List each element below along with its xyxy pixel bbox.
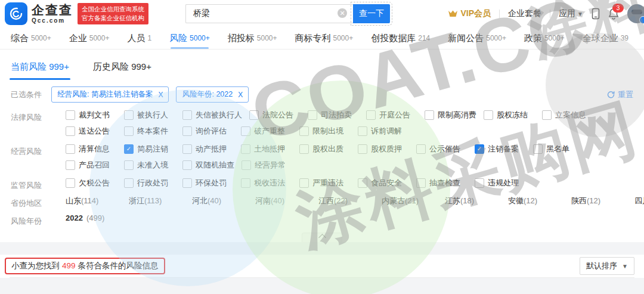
top-header: 企查查 Qcc.com 全国企业信用查询系统 官方备案企业征信机构 ✕ 查一下 … xyxy=(0,0,644,27)
reset-filters-button[interactable]: 重置 xyxy=(607,89,633,100)
sort-dropdown[interactable]: 默认排序▼ xyxy=(580,257,634,275)
nav-tab-label: 企业 xyxy=(69,33,87,44)
filter-option-黑名单[interactable]: 黑名单 xyxy=(533,144,584,154)
filter-option-股权出质[interactable]: 股权出质 xyxy=(299,144,351,154)
risk-tab[interactable]: 历史风险 999+ xyxy=(93,61,151,80)
filter-option-限制出境[interactable]: 限制出境 xyxy=(299,126,351,137)
nav-tab-政策[interactable]: 政策5000+ xyxy=(524,27,565,49)
province-option-江苏[interactable]: 江苏(18) xyxy=(445,196,502,206)
filter-option-未准入境[interactable]: 未准入境 xyxy=(124,160,175,171)
province-option-浙江[interactable]: 浙江(113) xyxy=(129,196,186,206)
filter-option-裁判文书[interactable]: 裁判文书 xyxy=(66,110,117,120)
province-option-陕西[interactable]: 陕西(12) xyxy=(571,196,628,206)
filter-option-股权质押[interactable]: 股权质押 xyxy=(358,144,409,154)
filter-option-税收违法[interactable]: 税收违法 xyxy=(241,178,292,188)
checkbox-icon xyxy=(366,110,376,120)
mobile-app-icon[interactable] xyxy=(592,8,600,20)
apps-label: 应用 xyxy=(559,8,575,18)
nav-tab-风险[interactable]: 风险5000+ xyxy=(169,27,210,49)
filter-option-注销备案[interactable]: ✓注销备案 xyxy=(475,144,526,154)
filter-option-产品召回[interactable]: 产品召回 xyxy=(66,160,117,171)
filter-option-开庭公告[interactable]: 开庭公告 xyxy=(366,110,417,120)
nav-tab-label: 招投标 xyxy=(228,33,255,44)
qcc-logo[interactable]: 企查查 Qcc.com xyxy=(5,2,73,25)
year-option-2022[interactable]: 2022(499) xyxy=(66,213,117,222)
nav-tab-人员[interactable]: 人员1 xyxy=(127,27,151,49)
province-option-山东[interactable]: 山东(114) xyxy=(66,196,123,206)
filter-option-label: 动产抵押 xyxy=(196,144,227,154)
search-button[interactable]: 查一下 xyxy=(353,4,390,23)
province-option-四川[interactable]: 四川(12) xyxy=(634,196,644,206)
filter-option-label: 黑名单 xyxy=(546,144,569,154)
province-option-河南[interactable]: 河南(40) xyxy=(255,196,312,206)
enterprise-package-link[interactable]: 企业套餐 xyxy=(508,8,541,19)
filter-option-破产重整[interactable]: 破产重整 xyxy=(241,126,292,137)
apps-dropdown[interactable]: 应用▼ xyxy=(559,8,583,19)
selected-conditions-label: 已选条件 xyxy=(11,89,42,100)
province-name: 内蒙古(21) xyxy=(382,196,419,206)
filter-option-司法拍卖[interactable]: 司法拍卖 xyxy=(308,110,359,120)
nav-tab-招投标[interactable]: 招投标5000+ xyxy=(228,27,277,49)
nav-tab-创投数据库[interactable]: 创投数据库214 xyxy=(371,27,430,49)
checkbox-icon xyxy=(124,160,134,170)
nav-tab-label: 风险 xyxy=(169,33,187,44)
checkbox-icon xyxy=(182,126,192,136)
nav-tab-全球企业[interactable]: 全球企业39 xyxy=(583,27,628,49)
clear-search-icon[interactable]: ✕ xyxy=(338,8,347,18)
remove-tag-icon[interactable]: X xyxy=(238,91,243,99)
filter-option-label: 公示催告 xyxy=(429,144,460,154)
checkbox-icon xyxy=(299,178,309,188)
filter-option-终本案件[interactable]: 终本案件 xyxy=(124,126,175,137)
filter-option-公示催告[interactable]: 公示催告 xyxy=(416,144,467,154)
remove-tag-icon[interactable]: X xyxy=(158,91,163,99)
checkbox-icon xyxy=(66,144,75,154)
year-filter-row: 风险年份 2022(499) xyxy=(0,212,644,228)
filter-option-简易注销[interactable]: ✓简易注销 xyxy=(124,144,175,154)
filter-option-送达公告[interactable]: 送达公告 xyxy=(66,126,117,137)
province-option-河北[interactable]: 河北(40) xyxy=(192,196,249,206)
content-area: 当前风险 999+历史风险 999+ 已选条件 经营风险: 简易注销,注销备案X… xyxy=(0,54,644,294)
filter-option-失信被执行人[interactable]: 失信被执行人 xyxy=(182,110,242,120)
collapse-panel-button[interactable] xyxy=(302,233,342,242)
province-option-江西[interactable]: 江西(22) xyxy=(318,196,376,206)
filter-option-询价评估[interactable]: 询价评估 xyxy=(182,126,234,137)
nav-tab-label: 创投数据库 xyxy=(371,33,416,44)
filter-option-股权冻结[interactable]: 股权冻结 xyxy=(484,110,535,120)
checkbox-icon xyxy=(249,110,259,120)
province-option-安徽[interactable]: 安徽(12) xyxy=(508,196,565,206)
nav-tab-新闻公告[interactable]: 新闻公告5000+ xyxy=(448,27,506,49)
filter-row-lines: 欠税公告行政处罚环保处罚税收违法严重违法食品安全抽查检查违规处理 xyxy=(66,178,633,194)
filter-option-欠税公告[interactable]: 欠税公告 xyxy=(66,178,117,188)
vip-membership-link[interactable]: VIP会员 xyxy=(448,8,491,19)
filter-option-违规处理[interactable]: 违规处理 xyxy=(475,178,526,188)
filter-option-label: 破产重整 xyxy=(254,126,285,137)
filter-option-环保处罚[interactable]: 环保处罚 xyxy=(182,178,234,188)
filter-option-土地抵押[interactable]: 土地抵押 xyxy=(241,144,292,154)
filter-option-被执行人[interactable]: 被执行人 xyxy=(124,110,175,120)
filter-option-行政处罚[interactable]: 行政处罚 xyxy=(124,178,175,188)
province-option-内蒙古[interactable]: 内蒙古(21) xyxy=(382,196,439,206)
filter-option-清算信息[interactable]: 清算信息 xyxy=(66,144,117,154)
search-input[interactable] xyxy=(185,4,353,23)
filter-option-label: 股权冻结 xyxy=(497,110,528,120)
nav-tab-企业[interactable]: 企业5000+ xyxy=(69,27,110,49)
filter-option-严重违法[interactable]: 严重违法 xyxy=(299,178,351,188)
filter-option-诉前调解[interactable]: 诉前调解 xyxy=(358,126,409,137)
checkbox-icon xyxy=(533,144,543,154)
filter-option-动产抵押[interactable]: 动产抵押 xyxy=(182,144,234,154)
checkbox-icon xyxy=(66,126,75,136)
filter-option-立案信息[interactable]: 立案信息 xyxy=(542,110,593,120)
filter-option-抽查检查[interactable]: 抽查检查 xyxy=(416,178,467,188)
filter-option-经营异常[interactable]: 经营异常 xyxy=(242,160,293,171)
nav-tab-综合[interactable]: 综合5000+ xyxy=(11,27,51,49)
filter-option-法院公告[interactable]: 法院公告 xyxy=(249,110,301,120)
notifications-button[interactable]: 3 xyxy=(608,8,619,20)
filter-option-食品安全[interactable]: 食品安全 xyxy=(358,178,409,188)
chevron-up-icon xyxy=(318,234,326,242)
user-avatar[interactable] xyxy=(627,4,644,23)
filter-option-双随机抽查[interactable]: 双随机抽查 xyxy=(182,160,234,171)
nav-tab-商标专利[interactable]: 商标专利5000+ xyxy=(295,27,354,49)
filter-option-限制高消费[interactable]: 限制高消费 xyxy=(425,110,476,120)
risk-tab[interactable]: 当前风险 999+ xyxy=(11,61,69,80)
year-row-label: 风险年份 xyxy=(11,213,66,228)
